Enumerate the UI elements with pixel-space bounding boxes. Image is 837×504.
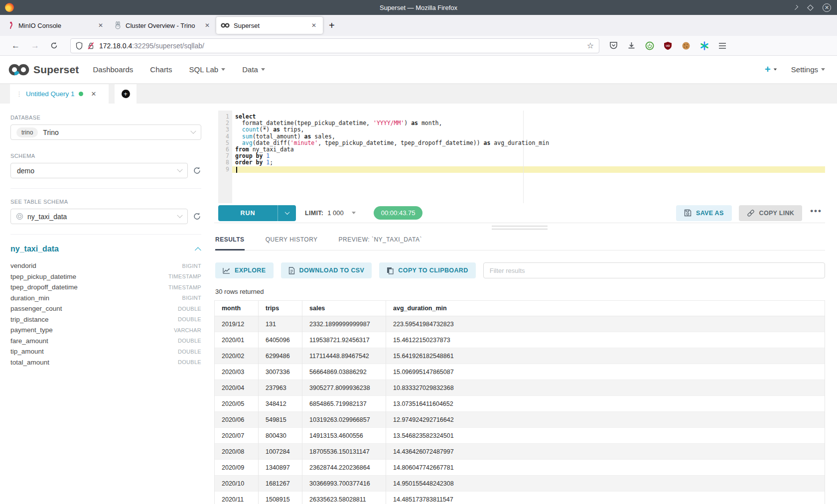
nav-sql-lab[interactable]: SQL Lab: [189, 65, 226, 74]
tab-close-icon[interactable]: ✕: [309, 21, 318, 30]
pane-resize-handle[interactable]: [492, 226, 548, 232]
column-list: vendoridBIGINTtpep_pickup_datetimeTIMEST…: [10, 260, 201, 368]
limit-dropdown[interactable]: LIMIT: 1 000: [305, 209, 356, 217]
new-tab-button[interactable]: +: [323, 20, 341, 30]
explore-button[interactable]: EXPLORE: [215, 262, 274, 278]
extension-privacy-icon[interactable]: [645, 41, 654, 50]
column-row[interactable]: tip_amountDOUBLE: [10, 346, 201, 357]
extension-spark-icon[interactable]: [700, 41, 709, 50]
column-row[interactable]: tpep_dropoff_datetimeTIMESTAMP: [10, 282, 201, 293]
url-field[interactable]: 172.18.0.4:32295/superset/sqllab/ ☆: [70, 38, 599, 53]
column-header[interactable]: sales: [302, 301, 386, 316]
download-icon[interactable]: [627, 41, 636, 50]
refresh-schema-icon[interactable]: [193, 166, 201, 175]
database-select[interactable]: trino Trino: [10, 125, 201, 140]
code-token: (total_amount): [253, 133, 304, 140]
run-options-button[interactable]: [278, 205, 296, 221]
copy-clipboard-button[interactable]: COPY TO CLIPBOARD: [379, 262, 475, 278]
table-select[interactable]: ny_taxi_data: [10, 209, 188, 224]
table-cell: 2019/12: [215, 316, 259, 332]
window-maximize-icon[interactable]: [807, 4, 814, 11]
table-cell: 12.974924292716642: [386, 412, 825, 428]
collapse-chevron-icon[interactable]: [195, 247, 201, 253]
shield-permissions-icon[interactable]: [76, 42, 83, 50]
column-row[interactable]: tpep_pickup_datetimeTIMESTAMP: [10, 271, 201, 282]
column-header[interactable]: month: [215, 301, 259, 316]
extension-cookie-icon[interactable]: [682, 41, 691, 50]
copy-link-label: COPY LINK: [759, 210, 795, 217]
code-token: ny_taxi_data: [249, 146, 294, 153]
browser-tab-superset[interactable]: Superset ✕: [216, 17, 323, 34]
tab-query-history[interactable]: QUERY HISTORY: [266, 231, 318, 250]
pocket-icon[interactable]: [609, 41, 618, 50]
run-button[interactable]: RUN: [218, 205, 296, 221]
table-row: 2020/03300733656664869.0388629215.096995…: [215, 364, 825, 380]
table-schema-label: SEE TABLE SCHEMA: [10, 199, 201, 205]
column-row[interactable]: trip_distanceDOUBLE: [10, 314, 201, 325]
run-label[interactable]: RUN: [218, 205, 278, 221]
window-minimize-icon[interactable]: [793, 5, 798, 10]
column-row[interactable]: vendoridBIGINT: [10, 260, 201, 271]
column-row[interactable]: fare_amountDOUBLE: [10, 336, 201, 347]
browser-tab-trino[interactable]: Cluster Overview - Trino ✕: [110, 17, 216, 34]
table-cell: 2020/08: [215, 444, 259, 460]
tab-close-icon[interactable]: ✕: [96, 21, 105, 30]
code-token: trips,: [280, 126, 304, 133]
column-header[interactable]: avg_duration_min: [386, 301, 825, 316]
settings-menu[interactable]: Settings: [791, 65, 825, 74]
superset-brand[interactable]: Superset: [8, 63, 79, 77]
table-cell: 2020/09: [215, 460, 259, 476]
new-query-tab-button[interactable]: +: [115, 84, 137, 104]
insecure-lock-icon[interactable]: [87, 42, 95, 50]
bookmark-star-icon[interactable]: ☆: [587, 41, 594, 50]
schema-select[interactable]: demo: [10, 163, 188, 178]
nav-dashboards[interactable]: Dashboards: [93, 65, 133, 74]
save-as-button[interactable]: SAVE AS: [676, 205, 732, 221]
table-cell: 14.436426072487997: [386, 444, 825, 460]
more-options-button[interactable]: •••: [809, 206, 825, 220]
line-number: 1: [218, 114, 232, 120]
nav-charts[interactable]: Charts: [150, 65, 172, 74]
chevron-down-icon: [774, 69, 777, 71]
table-row: 2020/11150891526335623.5802881114.485173…: [215, 492, 825, 504]
clipboard-icon: [387, 267, 394, 274]
sql-code-editor[interactable]: 123456789 select format_datetime(tpep_pi…: [214, 111, 825, 203]
url-text[interactable]: 172.18.0.4:32295/superset/sqllab/: [99, 42, 582, 50]
table-cell: 3007336: [259, 364, 302, 380]
table-cell: 15.46122150237873: [386, 332, 825, 348]
query-tab-close-icon[interactable]: ✕: [91, 90, 97, 98]
new-item-button[interactable]: +: [765, 64, 777, 75]
table-row: 2020/09134089723628744.22023686414.80604…: [215, 460, 825, 476]
column-row[interactable]: duration_minBIGINT: [10, 293, 201, 304]
refresh-table-icon[interactable]: [193, 212, 201, 221]
drag-handle-icon[interactable]: ⋮: [16, 90, 22, 98]
tab-results[interactable]: RESULTS: [215, 231, 245, 251]
filter-results-input[interactable]: [483, 262, 825, 278]
column-row[interactable]: payment_typeVARCHAR: [10, 325, 201, 336]
column-header[interactable]: trips: [259, 301, 302, 316]
column-name: payment_type: [10, 326, 53, 334]
csv-file-icon: [288, 267, 295, 274]
divider: [10, 234, 201, 235]
query-tab-active[interactable]: ⋮ Untitled Query 1 ✕: [10, 84, 109, 104]
window-close-icon[interactable]: ✕: [823, 3, 831, 12]
editor-code[interactable]: select format_datetime(tpep_pickup_datet…: [235, 111, 825, 173]
table-cell: 2020/07: [215, 428, 259, 444]
code-token: ): [404, 120, 411, 126]
nav-data[interactable]: Data: [242, 65, 265, 74]
extension-ublock-icon[interactable]: UO: [664, 41, 672, 50]
column-row[interactable]: passenger_countDOUBLE: [10, 303, 201, 314]
chevron-down-icon: [352, 212, 356, 214]
browser-tab-minio[interactable]: MinIO Console ✕: [3, 17, 110, 34]
tab-preview-table[interactable]: PREVIEW: `NY_TAXI_DATA`: [339, 231, 422, 250]
hamburger-menu-icon[interactable]: [718, 42, 726, 49]
back-icon[interactable]: ←: [6, 41, 25, 50]
table-row: 2020/042379633905277.809993623810.833327…: [215, 380, 825, 396]
column-row[interactable]: total_amountDOUBLE: [10, 357, 201, 368]
table-name-heading[interactable]: ny_taxi_data: [10, 245, 59, 253]
reload-icon[interactable]: [50, 42, 58, 49]
table-cell: 18705536.150131147: [302, 444, 386, 460]
download-csv-button[interactable]: DOWNLOAD TO CSV: [281, 262, 372, 278]
copy-link-button[interactable]: COPY LINK: [739, 205, 803, 221]
tab-close-icon[interactable]: ✕: [203, 21, 212, 30]
